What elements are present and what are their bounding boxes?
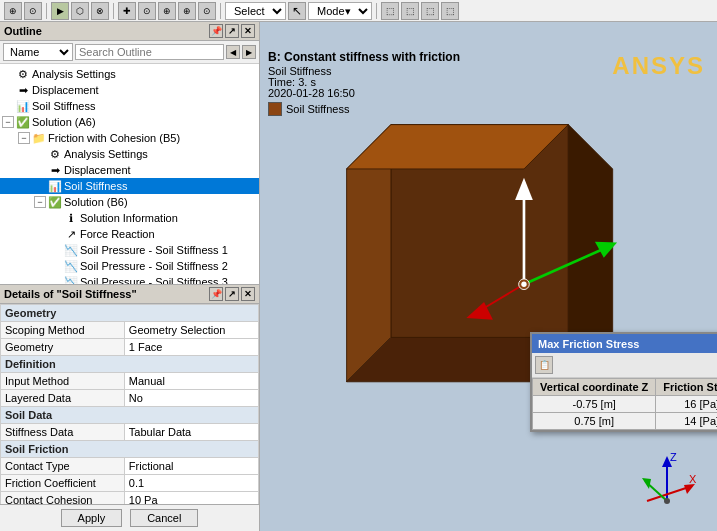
prop-val[interactable]: 0.1	[124, 475, 258, 492]
details-table: GeometryScoping MethodGeometry Selection…	[0, 304, 259, 504]
prop-val[interactable]: 1 Face	[124, 339, 258, 356]
prop-val[interactable]: Manual	[124, 373, 258, 390]
details-row: Layered DataNo	[1, 390, 259, 407]
tree-item-2[interactable]: ➡Displacement	[0, 82, 259, 98]
prop-name: Input Method	[1, 373, 125, 390]
details-float-icon[interactable]: ↗	[225, 287, 239, 301]
details-group-Soil-Data: Soil Data	[1, 407, 259, 424]
details-row: Input MethodManual	[1, 373, 259, 390]
group-label: Soil Data	[1, 407, 259, 424]
tree-item-icon-2: ➡	[16, 83, 30, 97]
prop-val[interactable]: Geometry Selection	[124, 322, 258, 339]
outline-close-icon[interactable]: ✕	[241, 24, 255, 38]
toolbar-icon-5[interactable]: ⊗	[91, 2, 109, 20]
prop-name: Contact Cohesion	[1, 492, 125, 505]
tree-item-6[interactable]: ⚙Analysis Settings	[0, 146, 259, 162]
tree-item-label-5: Friction with Cohesion (B5)	[48, 132, 180, 144]
tree-item-1[interactable]: ⚙Analysis Settings	[0, 66, 259, 82]
outline-nav-next[interactable]: ▶	[242, 45, 256, 59]
tree-item-3[interactable]: 📊Soil Stiffness	[0, 98, 259, 114]
outline-nav-prev[interactable]: ◀	[226, 45, 240, 59]
toolbar-icon-4[interactable]: ⬡	[71, 2, 89, 20]
details-pin-icon[interactable]: 📌	[209, 287, 223, 301]
apply-button[interactable]: Apply	[61, 509, 123, 527]
toolbar-icon-9[interactable]: ⊕	[178, 2, 196, 20]
mode-dropdown[interactable]: Mode▾	[308, 2, 372, 20]
toolbar-icon-8[interactable]: ⊕	[158, 2, 176, 20]
outline-title: Outline	[4, 25, 42, 37]
tree-item-label-9: Solution (B6)	[64, 196, 128, 208]
outline-search-input[interactable]	[75, 44, 224, 60]
dialog-tool-1[interactable]: 📋	[535, 356, 553, 374]
tree-item-label-14: Soil Pressure - Soil Stiffness 3	[80, 276, 228, 284]
tree-expander-4[interactable]: −	[2, 116, 14, 128]
tree-item-icon-4: ✅	[16, 115, 30, 129]
details-group-Definition: Definition	[1, 356, 259, 373]
toolbar-separator-1	[46, 3, 47, 19]
friction-dialog-toolbar: 📋	[532, 353, 717, 378]
outline-pin-icon[interactable]: 📌	[209, 24, 223, 38]
toolbar-cursor-icon[interactable]: ↖	[288, 2, 306, 20]
group-label: Soil Friction	[1, 441, 259, 458]
toolbar-icon-7[interactable]: ⊙	[138, 2, 156, 20]
tree-item-12[interactable]: 📉Soil Pressure - Soil Stiffness 1	[0, 242, 259, 258]
toolbar-icon-2[interactable]: ⊙	[24, 2, 42, 20]
details-row: Contact Cohesion10 Pa	[1, 492, 259, 505]
tree-item-8[interactable]: 📊Soil Stiffness	[0, 178, 259, 194]
toolbar-separator-4	[376, 3, 377, 19]
toolbar-icon-13[interactable]: ⬚	[421, 2, 439, 20]
toolbar-icon-1[interactable]: ⊕	[4, 2, 22, 20]
details-close-icon[interactable]: ✕	[241, 287, 255, 301]
tree-item-11[interactable]: ↗Force Reaction	[0, 226, 259, 242]
toolbar-icon-12[interactable]: ⬚	[401, 2, 419, 20]
prop-name: Stiffness Data	[1, 424, 125, 441]
details-group-Soil-Friction: Soil Friction	[1, 441, 259, 458]
select-dropdown[interactable]: Select	[225, 2, 286, 20]
tree-item-5[interactable]: −📁Friction with Cohesion (B5)	[0, 130, 259, 146]
svg-point-21	[664, 498, 670, 504]
friction-row-z: 0.75 [m]	[533, 413, 656, 430]
tree-item-10[interactable]: ℹSolution Information	[0, 210, 259, 226]
toolbar-icon-14[interactable]: ⬚	[441, 2, 459, 20]
tree-item-icon-11: ↗	[64, 227, 78, 241]
toolbar-icon-6[interactable]: ✚	[118, 2, 136, 20]
outline-sort-dropdown[interactable]: Name	[3, 43, 73, 61]
prop-val[interactable]: Tabular Data	[124, 424, 258, 441]
svg-marker-20	[642, 478, 651, 489]
tree-item-4[interactable]: −✅Solution (A6)	[0, 114, 259, 130]
svg-point-12	[521, 282, 526, 287]
tree-expander-9[interactable]: −	[34, 196, 46, 208]
prop-name: Contact Type	[1, 458, 125, 475]
tree-item-label-13: Soil Pressure - Soil Stiffness 2	[80, 260, 228, 272]
tree-item-label-7: Displacement	[64, 164, 131, 176]
outline-tree: ⚙Analysis Settings➡Displacement📊Soil Sti…	[0, 64, 259, 284]
friction-table-col-stress: Friction Stress	[656, 379, 717, 396]
tree-item-7[interactable]: ➡Displacement	[0, 162, 259, 178]
details-section: Details of "Soil Stiffness" 📌 ↗ ✕ Geomet…	[0, 285, 259, 531]
details-row: Contact TypeFrictional	[1, 458, 259, 475]
toolbar-icon-3[interactable]: ▶	[51, 2, 69, 20]
tree-item-label-12: Soil Pressure - Soil Stiffness 1	[80, 244, 228, 256]
tree-expander-5[interactable]: −	[18, 132, 30, 144]
friction-stress-table: Vertical coordinate Z Friction Stress -0…	[532, 378, 717, 430]
prop-name: Friction Coefficient	[1, 475, 125, 492]
toolbar-icon-11[interactable]: ⬚	[381, 2, 399, 20]
prop-val[interactable]: No	[124, 390, 258, 407]
friction-row-stress: 16 [Pa]	[656, 396, 717, 413]
tree-item-9[interactable]: −✅Solution (B6)	[0, 194, 259, 210]
tree-item-icon-12: 📉	[64, 243, 78, 257]
toolbar-icon-10[interactable]: ⊙	[198, 2, 216, 20]
tree-item-13[interactable]: 📉Soil Pressure - Soil Stiffness 2	[0, 258, 259, 274]
tree-item-icon-8: 📊	[48, 179, 62, 193]
friction-table-row: -0.75 [m]16 [Pa]	[533, 396, 718, 413]
cancel-button[interactable]: Cancel	[130, 509, 198, 527]
tree-item-label-2: Displacement	[32, 84, 99, 96]
tree-item-label-11: Force Reaction	[80, 228, 155, 240]
tree-item-14[interactable]: 📉Soil Pressure - Soil Stiffness 3	[0, 274, 259, 284]
outline-float-icon[interactable]: ↗	[225, 24, 239, 38]
prop-val[interactable]: 10 Pa	[124, 492, 258, 505]
outline-header-controls: 📌 ↗ ✕	[209, 24, 255, 38]
prop-val[interactable]: Frictional	[124, 458, 258, 475]
outline-section: Outline 📌 ↗ ✕ Name ◀ ▶ ⚙Analysis Setting…	[0, 22, 259, 285]
details-row: Scoping MethodGeometry Selection	[1, 322, 259, 339]
